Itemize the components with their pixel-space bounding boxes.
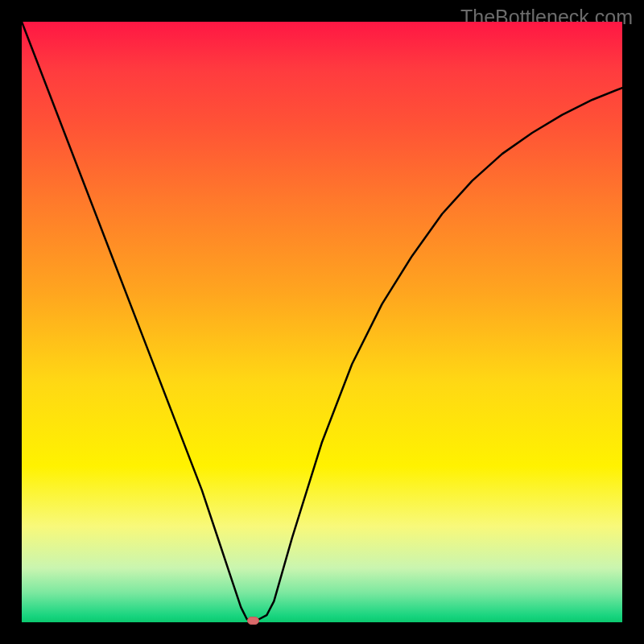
plot-area bbox=[22, 22, 622, 622]
optimal-point-marker bbox=[247, 617, 259, 625]
chart-frame: TheBottleneck.com bbox=[0, 0, 644, 644]
bottleneck-curve bbox=[22, 22, 622, 622]
